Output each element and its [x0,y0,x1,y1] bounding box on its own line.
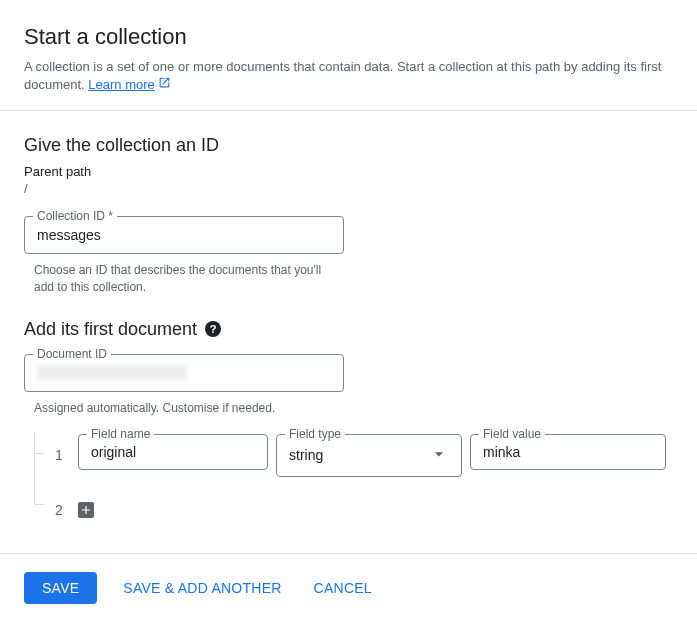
field-name-input[interactable] [91,444,255,460]
document-id-helper: Assigned automatically. Customise if nee… [34,400,334,416]
dialog-header: Start a collection A collection is a set… [0,0,697,110]
field-name-label: Field name [87,427,154,441]
field-row-2: 2 [24,491,673,529]
field-value-label: Field value [479,427,545,441]
chevron-down-icon [429,444,449,467]
cancel-button[interactable]: CANCEL [308,572,378,604]
collection-id-helper: Choose an ID that describes the document… [34,262,334,294]
collection-id-field-group: Collection ID * Choose an ID that descri… [24,216,673,294]
collection-id-field[interactable]: Collection ID * [24,216,344,254]
field-value-col: Field value [470,434,666,477]
field-value-field[interactable]: Field value [470,434,666,470]
field-type-value: string [289,447,323,463]
field-name-col: Field name [78,434,268,477]
first-document-heading: Add its first document ? [24,319,673,340]
parent-path-value: / [24,181,673,196]
document-id-field-group: Document ID Assigned automatically. Cust… [24,354,673,416]
field-type-col: Field type string [276,434,462,477]
row-number: 1 [50,447,68,463]
document-id-field[interactable]: Document ID [24,354,344,392]
field-type-label: Field type [285,427,345,441]
collection-id-label: Collection ID * [33,209,117,223]
dialog-body: Give the collection an ID Parent path / … [0,110,697,553]
parent-path-label: Parent path [24,164,673,179]
collection-id-heading: Give the collection an ID [24,135,673,156]
collection-id-input[interactable] [37,227,331,243]
add-field-button[interactable] [78,502,94,518]
fields-tree: 1 Field name Field type string [24,434,673,529]
dialog-footer: SAVE SAVE & ADD ANOTHER CANCEL [0,553,697,620]
save-button[interactable]: SAVE [24,572,97,604]
document-id-label: Document ID [33,347,111,361]
field-type-select[interactable]: Field type string [276,434,462,477]
dialog-title: Start a collection [24,24,673,50]
row-number: 2 [50,502,68,518]
field-row-1: 1 Field name Field type string [24,434,673,477]
plus-icon [79,503,93,517]
help-icon[interactable]: ? [205,321,221,337]
field-value-input[interactable] [483,444,653,460]
external-link-icon [158,76,171,94]
dialog-description: A collection is a set of one or more doc… [24,58,664,94]
save-add-another-button[interactable]: SAVE & ADD ANOTHER [117,572,287,604]
document-id-input[interactable] [37,365,187,381]
field-name-field[interactable]: Field name [78,434,268,470]
learn-more-link[interactable]: Learn more [88,76,170,94]
